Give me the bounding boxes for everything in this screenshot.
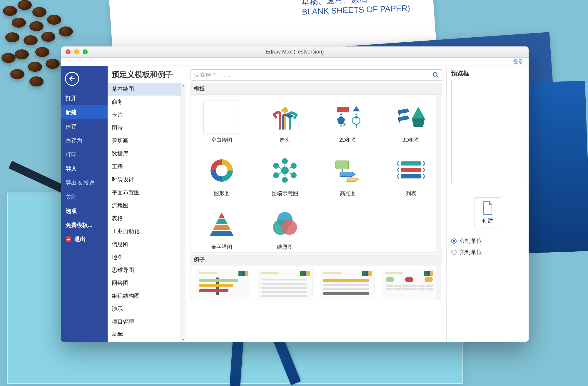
sidebar-item-8[interactable]: 选项 bbox=[61, 204, 108, 218]
search-box[interactable] bbox=[191, 69, 442, 81]
template-label: 金字塔图 bbox=[211, 243, 232, 250]
template-label: 空白绘图 bbox=[211, 136, 232, 143]
svg-point-5 bbox=[340, 113, 342, 115]
category-item[interactable]: 科学 bbox=[108, 328, 181, 341]
sidebar-item-3[interactable]: 另存为 bbox=[61, 133, 108, 148]
svg-point-12 bbox=[273, 163, 279, 169]
svg-rect-18 bbox=[401, 168, 421, 172]
sidebar-item-label: 关闭 bbox=[66, 193, 77, 201]
category-item[interactable]: 项目管理 bbox=[108, 315, 181, 328]
back-button[interactable] bbox=[65, 72, 79, 86]
app-window: Edraw Max (Testversion) 登录 打开新建保存另存为打印导入… bbox=[61, 46, 529, 342]
template-label: 圆辐示意图 bbox=[272, 190, 298, 197]
category-item[interactable]: 演示 bbox=[108, 303, 181, 315]
svg-rect-16 bbox=[336, 161, 349, 169]
template-item[interactable]: 圆辐示意图 bbox=[259, 154, 311, 197]
venn-icon bbox=[267, 208, 303, 240]
donut-icon bbox=[203, 154, 240, 187]
search-input[interactable] bbox=[194, 72, 432, 78]
template-label: 列表 bbox=[406, 190, 416, 197]
radio-icon bbox=[451, 250, 457, 255]
sidebar-item-6[interactable]: 导出 & 发送 bbox=[61, 176, 108, 190]
window-title: Edraw Max (Testversion) bbox=[61, 49, 529, 55]
svg-marker-2 bbox=[353, 106, 360, 111]
sidebar-item-4[interactable]: 打印 bbox=[61, 148, 108, 162]
category-item[interactable]: 平面布置图 bbox=[108, 186, 181, 199]
blank-icon bbox=[203, 101, 240, 133]
svg-marker-21 bbox=[216, 219, 228, 224]
list-icon bbox=[393, 154, 429, 187]
svg-point-26 bbox=[282, 220, 297, 235]
create-label: 创建 bbox=[482, 217, 493, 225]
example-item[interactable] bbox=[196, 269, 251, 298]
template-item[interactable]: 圆形图 bbox=[196, 154, 248, 197]
category-item[interactable]: 卡片 bbox=[108, 108, 181, 121]
highlight-icon bbox=[330, 154, 366, 187]
svg-point-13 bbox=[291, 163, 297, 169]
templates-header: 模板 bbox=[191, 83, 442, 95]
preview-box bbox=[451, 80, 524, 183]
shapes3d-icon bbox=[393, 101, 429, 133]
sidebar-item-label: 退出 bbox=[74, 235, 86, 243]
category-item[interactable]: 工程 bbox=[108, 160, 181, 173]
sidebar-item-2[interactable]: 保存 bbox=[61, 119, 108, 133]
sidebar-item-7[interactable]: 关闭 bbox=[61, 190, 108, 204]
category-item[interactable]: 思维导图 bbox=[108, 264, 181, 277]
create-button[interactable]: 创建 bbox=[475, 197, 501, 228]
sidebar-item-10[interactable]: 退出 bbox=[61, 232, 108, 246]
example-item[interactable] bbox=[382, 269, 437, 298]
template-item[interactable]: 列表 bbox=[385, 154, 437, 197]
category-item[interactable]: 网络图 bbox=[108, 277, 181, 290]
category-item[interactable]: 商务 bbox=[108, 96, 181, 108]
svg-rect-19 bbox=[401, 174, 421, 178]
example-item[interactable] bbox=[320, 269, 375, 298]
template-item[interactable]: 高光图 bbox=[322, 154, 374, 197]
examples-header: 例子 bbox=[191, 254, 442, 265]
pyramid-icon bbox=[203, 208, 240, 240]
category-item[interactable]: 图表 bbox=[108, 121, 181, 134]
unit-metric-label: 公制单位 bbox=[460, 237, 482, 245]
template-item[interactable]: 空白绘图 bbox=[196, 101, 248, 143]
category-item[interactable]: 信息图 bbox=[108, 238, 181, 251]
category-scrollbar[interactable]: ▲▼ bbox=[181, 83, 186, 342]
sidebar-item-label: 免费模板... bbox=[66, 221, 93, 229]
svg-marker-23 bbox=[210, 231, 234, 236]
sidebar-item-label: 另存为 bbox=[66, 137, 82, 144]
unit-imperial-label: 美制单位 bbox=[460, 248, 482, 256]
sidebar-item-0[interactable]: 打开 bbox=[61, 91, 108, 105]
category-item[interactable]: 组织结构图 bbox=[108, 290, 181, 303]
example-item[interactable] bbox=[258, 269, 313, 298]
unit-metric-radio[interactable]: 公制单位 bbox=[451, 237, 524, 245]
svg-point-9 bbox=[281, 167, 289, 174]
category-item[interactable]: 软件 bbox=[108, 341, 181, 342]
category-item[interactable]: 数据库 bbox=[108, 147, 181, 160]
category-item[interactable]: 地图 bbox=[108, 251, 181, 264]
sidebar-item-9[interactable]: 免费模板... bbox=[61, 218, 108, 232]
unit-imperial-radio[interactable]: 美制单位 bbox=[451, 248, 524, 256]
page-title: 预定义模板和例子 bbox=[108, 66, 186, 83]
preview-title: 预览框 bbox=[451, 69, 524, 77]
svg-point-6 bbox=[355, 113, 357, 115]
template-item[interactable]: 维恩图 bbox=[259, 208, 311, 250]
template-item[interactable]: 箭头 bbox=[259, 101, 311, 143]
login-link[interactable]: 登录 bbox=[513, 58, 523, 65]
template-label: 3D框图 bbox=[402, 136, 420, 143]
category-item[interactable]: 时装设计 bbox=[108, 173, 181, 186]
preview-pane: 预览框 创建 公制单位 美制单位 bbox=[446, 66, 529, 342]
template-item[interactable]: 2D框图 bbox=[322, 101, 374, 143]
category-item[interactable]: 剪切画 bbox=[108, 134, 181, 147]
svg-rect-17 bbox=[401, 161, 421, 166]
template-item[interactable]: 3D框图 bbox=[385, 101, 437, 143]
category-item[interactable]: 流程图 bbox=[108, 199, 181, 212]
login-bar: 登录 bbox=[61, 58, 529, 66]
titlebar[interactable]: Edraw Max (Testversion) bbox=[61, 46, 529, 58]
svg-point-15 bbox=[291, 172, 297, 178]
sidebar-item-5[interactable]: 导入 bbox=[61, 162, 108, 176]
sidebar-item-label: 导入 bbox=[66, 165, 77, 173]
category-item[interactable]: 表格 bbox=[108, 212, 181, 225]
sidebar-item-1[interactable]: 新建 bbox=[61, 105, 108, 119]
category-item[interactable]: 基本绘图 bbox=[108, 83, 181, 96]
category-item[interactable]: 工业自动化 bbox=[108, 225, 181, 238]
template-item[interactable]: 金字塔图 bbox=[196, 208, 248, 250]
arrows-icon bbox=[267, 101, 303, 133]
